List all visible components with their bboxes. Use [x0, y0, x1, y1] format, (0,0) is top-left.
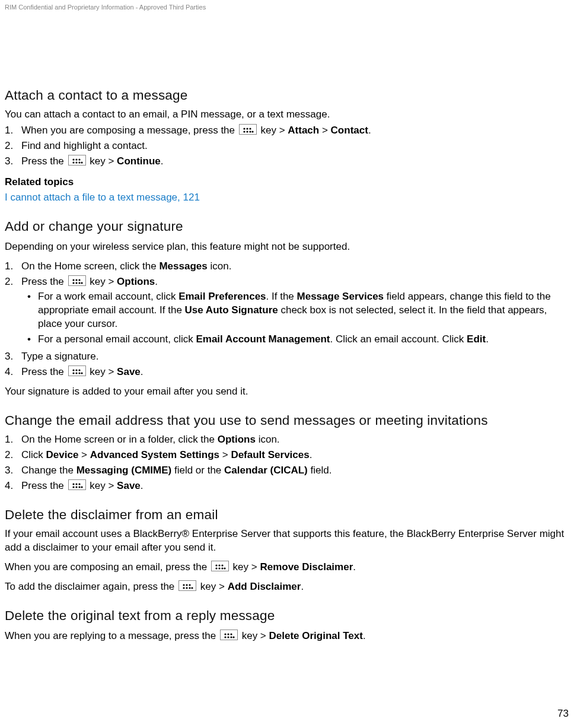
- body-text: To add the disclaimer again, press the: [5, 581, 177, 592]
- bullet-text: For a work email account, click: [38, 291, 178, 302]
- menu-item: Continue: [117, 155, 161, 167]
- step-text: >: [319, 125, 330, 136]
- menu-key-icon: [220, 630, 238, 640]
- menu-item: Add Disclaimer: [228, 581, 301, 592]
- section-attach-contact: Attach a contact to a message You can at…: [5, 88, 572, 205]
- menu-item: Default Services: [231, 449, 309, 460]
- body-text: When you are replying to a message, pres…: [5, 630, 219, 641]
- svg-point-53: [227, 636, 229, 638]
- menu-key-icon: [68, 365, 86, 376]
- related-link[interactable]: I cannot attach a file to a text message…: [5, 192, 200, 203]
- step-text: Press the: [21, 480, 67, 491]
- body-text: key >: [230, 561, 260, 573]
- step-number: 1.: [5, 124, 21, 138]
- outro-text: Your signature is added to your email af…: [5, 385, 572, 399]
- svg-point-46: [186, 587, 187, 589]
- svg-point-28: [72, 483, 74, 485]
- svg-point-45: [183, 587, 184, 589]
- step-4: 4. Press the key > Save.: [5, 479, 572, 493]
- svg-point-43: [186, 584, 187, 586]
- menu-item: Remove Disclaimer: [260, 561, 353, 573]
- step-number: 3.: [5, 464, 21, 478]
- svg-point-13: [81, 161, 82, 163]
- svg-point-18: [75, 282, 77, 284]
- step-text: >: [78, 449, 90, 460]
- step-number: 1.: [5, 260, 21, 274]
- step-1: 1. On the Home screen, click the Message…: [5, 260, 572, 274]
- menu-item: Save: [117, 480, 141, 491]
- step-number: 1.: [5, 433, 21, 447]
- svg-point-17: [72, 282, 74, 284]
- intro-text: Depending on your wireless service plan,…: [5, 240, 572, 254]
- step-text: On the Home screen or in a folder, click…: [21, 434, 218, 445]
- step-number: 2.: [5, 449, 21, 462]
- svg-point-27: [81, 373, 82, 374]
- svg-point-29: [75, 483, 77, 485]
- svg-point-30: [78, 483, 80, 485]
- svg-point-8: [75, 158, 77, 160]
- menu-key-icon: [68, 275, 86, 286]
- body-text: .: [301, 581, 304, 592]
- svg-point-40: [221, 567, 223, 569]
- step-number: 4.: [5, 479, 21, 493]
- step-text: field or the: [171, 465, 224, 476]
- step-4: 4. Press the key > Save.: [5, 365, 572, 379]
- menu-item: Options: [117, 276, 155, 287]
- menu-item: Attach: [288, 125, 319, 136]
- step-3: 3. Press the key > Continue.: [5, 155, 572, 169]
- svg-point-23: [78, 370, 80, 371]
- heading-delete-disclaimer: Delete the disclaimer from an email: [5, 507, 572, 523]
- bullet-icon: •: [27, 290, 38, 304]
- step-text: Find and highlight a contact.: [21, 139, 572, 153]
- step-1: 1. When you are composing a message, pre…: [5, 124, 572, 138]
- svg-point-6: [251, 131, 253, 132]
- menu-key-icon: [68, 479, 86, 490]
- svg-point-52: [224, 636, 226, 638]
- section-signature: Add or change your signature Depending o…: [5, 219, 572, 399]
- menu-key-icon: [211, 561, 229, 571]
- step-text: Press the: [21, 155, 67, 167]
- menu-item: Advanced System Settings: [90, 449, 219, 460]
- svg-point-2: [249, 128, 251, 129]
- svg-point-38: [215, 567, 217, 569]
- section-delete-original: Delete the original text from a reply me…: [5, 608, 572, 643]
- heading-signature: Add or change your signature: [5, 219, 572, 234]
- intro-text: If your email account uses a BlackBerry®…: [5, 527, 572, 555]
- svg-point-5: [249, 131, 251, 132]
- svg-point-14: [72, 279, 74, 281]
- step-2: 2. Press the key > Options. • For a work…: [5, 275, 572, 349]
- svg-point-39: [218, 567, 220, 569]
- step-text: key >: [87, 480, 117, 491]
- svg-point-24: [72, 373, 74, 374]
- bullet-personal-email: • For a personal email account, click Em…: [21, 333, 572, 346]
- step-3: 3. Change the Messaging (CMIME) field or…: [5, 464, 572, 478]
- step-text: .: [310, 449, 313, 460]
- svg-point-33: [78, 486, 80, 488]
- option-name: Email Preferences: [178, 291, 266, 302]
- svg-point-36: [218, 564, 220, 566]
- svg-point-25: [75, 373, 77, 374]
- bullet-text: . If the: [266, 291, 297, 302]
- heading-change-email: Change the email address that you use to…: [5, 413, 572, 428]
- step-text: icon.: [208, 260, 232, 272]
- step-text: key >: [87, 155, 117, 167]
- step-text: key >: [87, 366, 117, 377]
- bullet-icon: •: [27, 333, 38, 346]
- svg-point-0: [243, 128, 245, 129]
- svg-point-7: [72, 158, 74, 160]
- step-text: .: [161, 155, 164, 167]
- bullet-work-email: • For a work email account, click Email …: [21, 290, 572, 331]
- field-name: Calendar (CICAL): [224, 465, 308, 476]
- step-number: 2.: [5, 139, 21, 153]
- svg-point-55: [232, 636, 234, 638]
- step-2: 2. Click Device > Advanced System Settin…: [5, 449, 572, 462]
- svg-point-42: [183, 584, 184, 586]
- menu-item: Contact: [331, 125, 368, 136]
- bullet-text: . Click an email account. Click: [330, 333, 467, 345]
- svg-point-12: [78, 161, 80, 163]
- menu-key-icon: [178, 580, 196, 591]
- svg-point-54: [230, 636, 232, 638]
- icon-name: Messages: [159, 260, 207, 272]
- svg-point-19: [78, 282, 80, 284]
- svg-point-31: [72, 486, 74, 488]
